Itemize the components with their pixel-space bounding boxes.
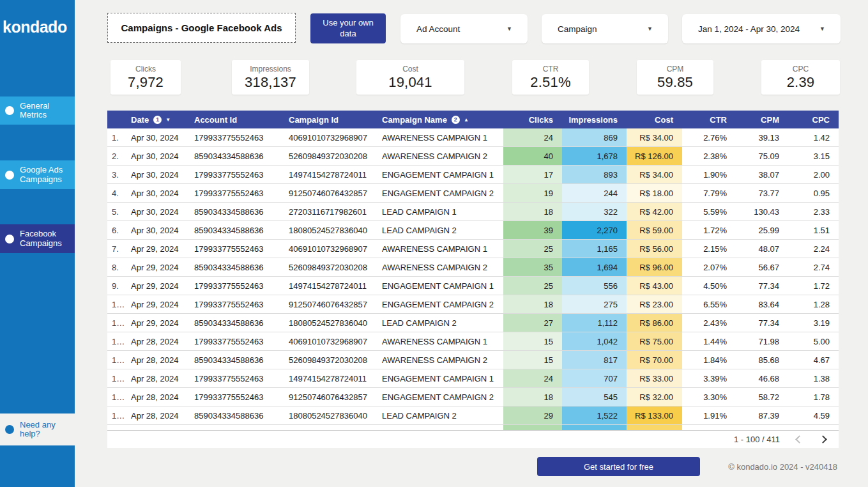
table-row: 2.Apr 30, 202485903433458863652609849372… [107,147,839,166]
account-id-cell: 179933775552463 [192,240,286,258]
cpc-cell: 4.59 [788,406,839,424]
ad-account-filter[interactable]: Ad Account ▼ [400,14,528,43]
date-cell: Apr 30, 2024 [125,203,192,220]
sort-order-badge: 2 [452,116,460,124]
ctr-column-header[interactable]: CTR [682,115,736,125]
scorecard-label: CPM [667,65,684,73]
campaign-name-cell: AWARENESS CAMPAIGN 1 [379,240,503,258]
account-id-cell: 179933775552463 [192,128,286,146]
scorecard-value: 59.85 [657,74,693,91]
row-number-cell: 1… [107,388,125,406]
cpm-column-header[interactable]: CPM [736,115,788,125]
campaign-name-cell: AWARENESS CAMPAIGN 1 [379,332,503,350]
account-id-cell: 179933775552463 [192,369,286,387]
ctr-cell: 2.15% [682,240,736,258]
use-your-own-data-button[interactable]: Use your own data [310,13,386,43]
radio-bullet-icon [5,235,14,244]
ctr-cell: 1.90% [682,166,736,183]
cost-column-header[interactable]: Cost [627,115,682,125]
cpm-cell: 77.34 [736,314,788,332]
sidebar-item-need-help[interactable]: Need any help? [0,414,75,445]
sidebar: kondado General Metrics Google Ads Campa… [0,0,75,487]
ctr-cell: 6.55% [682,295,736,313]
previous-page-icon[interactable] [795,435,803,444]
date-cell: Apr 28, 2024 [125,351,192,369]
account-id-cell: 859034334588636 [192,258,286,276]
row-number-cell: 3. [107,166,125,183]
cost-cell: R$ 59.00 [627,221,682,239]
clicks-cell: 39 [503,221,562,239]
clicks-cell: 24 [503,369,562,387]
cpc-column-header[interactable]: CPC [788,115,839,125]
ctr-cell: 1.91% [682,406,736,424]
campaign-name-cell: ENGAGEMENT CAMPAIGN 1 [379,166,503,183]
row-number-cell: 2. [107,147,125,165]
campaign-name-cell: AWARENESS CAMPAIGN 2 [379,258,503,276]
row-number-cell: 1… [107,369,125,387]
table-pagination: 1 - 100 / 411 [107,430,839,448]
impressions-cell: 556 [562,277,627,295]
get-started-button[interactable]: Get started for free [537,457,700,476]
clicks-cell: 29 [503,406,562,424]
clicks-cell: 19 [503,184,562,202]
clicks-cell: 15 [503,332,562,350]
row-number-cell: 1… [107,406,125,424]
campaign-id-cell: 52609849372030208 [286,147,379,165]
impressions-column-header[interactable]: Impressions [562,115,627,125]
clicks-cell [503,425,562,430]
next-page-icon[interactable] [819,435,827,444]
campaign-name-cell: LEAD CAMPAIGN 2 [379,221,503,239]
campaign-id-column-header[interactable]: Campaign Id [286,115,379,125]
ctr-cell: 2.38% [682,147,736,165]
clicks-cell: 24 [503,128,562,146]
campaign-name-cell: ENGAGEMENT CAMPAIGN 1 [379,277,503,295]
cpm-cell: 130.43 [736,203,788,220]
cpc-cell: 2.74 [788,258,839,276]
date-cell: Apr 29, 2024 [125,277,192,295]
clicks-column-header[interactable]: Clicks [503,115,562,125]
impressions-cell: 322 [562,203,627,220]
cost-cell: R$ 23.00 [627,295,682,313]
date-range-filter[interactable]: Jan 1, 2024 - Apr 30, 2024 ▼ [682,14,841,43]
account-id-column-header[interactable]: Account Id [192,115,286,125]
campaign-id-cell: 27203116717982601 [286,203,379,220]
table-row: 3.Apr 30, 202417993377555246314974154278… [107,166,839,184]
scorecard-label: CPC [793,65,809,73]
cpc-cell: 1.51 [788,221,839,239]
date-column-header[interactable]: Date 1 ▼ [125,115,192,125]
account-id-cell: 179933775552463 [192,166,286,183]
report-title: Campaigns - Google Facebook Ads [107,13,296,43]
ctr-cell: 2.43% [682,314,736,332]
cpc-cell: 1.72 [788,277,839,295]
campaign-name-cell: LEAD CAMPAIGN 1 [379,203,503,220]
scorecard-cost: Cost 19,041 [356,60,464,95]
ctr-cell: 1.72% [682,221,736,239]
radio-bullet-icon [5,106,14,115]
account-id-cell: 859034334588636 [192,406,286,424]
campaign-id-cell: 91250746076432857 [286,388,379,406]
campaign-id-cell: 52609849372030208 [286,351,379,369]
cpm-cell: 46.68 [736,369,788,387]
clicks-cell: 18 [503,295,562,313]
cpm-cell: 25.99 [736,221,788,239]
chevron-down-icon: ▼ [506,26,512,32]
account-id-cell: 859034334588636 [192,221,286,239]
sidebar-item-google-ads-campaigns[interactable]: Google Ads Campaigns [0,160,75,189]
cost-cell: R$ 133.00 [627,406,682,424]
campaign-name-column-header[interactable]: Campaign Name 2 ▲ [379,115,503,125]
cpm-cell: 58.72 [736,388,788,406]
campaign-filter[interactable]: Campaign ▼ [542,14,668,43]
sidebar-item-general-metrics[interactable]: General Metrics [0,97,75,125]
campaign-id-cell: 14974154278724011 [286,369,379,387]
cpc-cell: 3.15 [788,147,839,165]
date-cell: Apr 28, 2024 [125,332,192,350]
impressions-cell: 893 [562,166,627,183]
sidebar-item-facebook-campaigns[interactable]: Facebook Campaigns [0,224,75,253]
scorecard-value: 318,137 [245,74,296,91]
impressions-cell [562,425,627,430]
ctr-cell: 4.50% [682,277,736,295]
cost-cell: R$ 56.00 [627,240,682,258]
table-body: 1.Apr 30, 202417993377555246340691010732… [107,128,839,425]
scorecard-label: Cost [402,65,418,73]
account-id-cell: 859034334588636 [192,314,286,332]
